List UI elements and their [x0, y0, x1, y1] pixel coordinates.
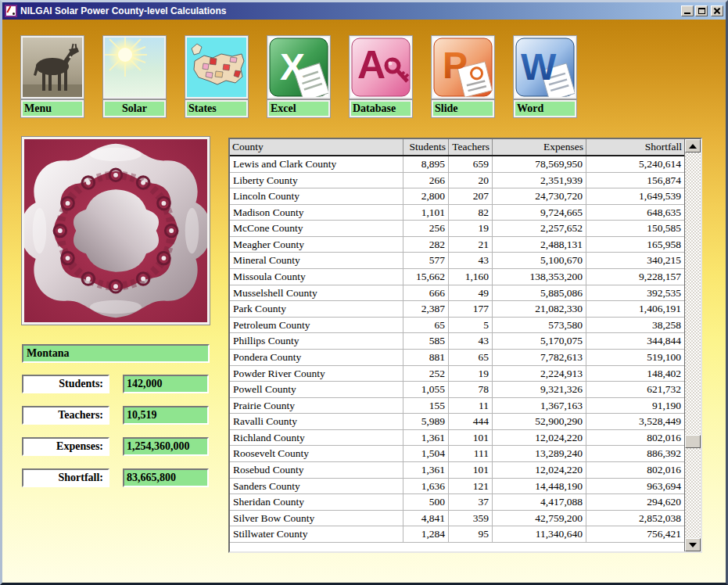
- table-row[interactable]: Meagher County 282 21 2,488,131 165,958: [230, 237, 684, 253]
- access-key-logo-icon: A: [350, 36, 412, 99]
- table-row[interactable]: Sanders County 1,636 121 14,448,190 963,…: [230, 479, 684, 495]
- word-logo-icon: W: [514, 36, 576, 99]
- table-row[interactable]: Pondera County 881 65 7,782,613 519,100: [230, 350, 684, 366]
- word-button[interactable]: W Word: [514, 36, 576, 117]
- table-row[interactable]: Lincoln County 2,800 207 24,730,720 1,64…: [230, 188, 684, 205]
- table-row[interactable]: Musselshell County 666 49 5,885,086 392,…: [230, 285, 684, 302]
- column-header-shortfall[interactable]: Shortfall: [586, 139, 684, 155]
- word-button-label: Word: [514, 100, 576, 117]
- teachers-label: Teachers:: [22, 406, 109, 425]
- us-map-icon: [185, 36, 248, 99]
- powerpoint-logo-icon: P: [432, 36, 494, 99]
- table-row[interactable]: Sheridan County 500 37 4,417,088 294,620: [230, 494, 684, 511]
- database-button[interactable]: A Database: [350, 36, 412, 117]
- sun-icon: [103, 36, 166, 99]
- svg-text:P: P: [443, 45, 468, 86]
- column-header-teachers[interactable]: Teachers: [449, 139, 493, 155]
- table-row[interactable]: Liberty County 266 20 2,351,939 156,874: [230, 173, 684, 189]
- table-row[interactable]: Stillwater County 1,284 95 11,340,640 75…: [230, 526, 684, 543]
- table-row[interactable]: Roosevelt County 1,504 111 13,289,240 88…: [230, 446, 684, 462]
- title-bar: NILGAI Solar Power County-level Calculat…: [2, 2, 726, 20]
- table-row[interactable]: Missoula County 15,662 1,160 138,353,200…: [230, 269, 684, 285]
- svg-text:X: X: [280, 46, 305, 88]
- close-button[interactable]: [711, 5, 723, 16]
- table-row[interactable]: Phillips County 585 43 5,170,075 344,844: [230, 333, 684, 350]
- vertical-scrollbar: [684, 139, 701, 551]
- app-icon-dot: [13, 13, 15, 15]
- table-row[interactable]: Park County 2,387 177 21,082,330 1,406,1…: [230, 301, 684, 318]
- table-row[interactable]: Silver Bow County 4,841 359 42,759,200 2…: [230, 511, 684, 527]
- window-content: Menu: [2, 20, 726, 583]
- expenses-value-field[interactable]: 1,254,360,000: [123, 437, 209, 456]
- window-title: NILGAI Solar Power County-level Calculat…: [20, 5, 681, 16]
- table-row[interactable]: Richland County 1,361 101 12,024,220 802…: [230, 430, 684, 447]
- table-row[interactable]: Ravalli County 5,989 444 52,900,290 3,52…: [230, 414, 684, 430]
- database-button-label: Database: [350, 100, 412, 117]
- scroll-up-button[interactable]: [685, 139, 701, 153]
- table-row[interactable]: Petroleum County 65 5 573,580 38,258: [230, 318, 684, 334]
- table-body: Lewis and Clark County 8,895 659 78,569,…: [230, 156, 684, 551]
- solar-button-label: Solar: [103, 100, 166, 117]
- state-name-field[interactable]: Montana: [22, 344, 210, 363]
- shortfall-label: Shortfall:: [22, 468, 109, 487]
- table-row[interactable]: McCone County 256 19 2,257,652 150,585: [230, 221, 684, 237]
- app-window: NILGAI Solar Power County-level Calculat…: [0, 0, 728, 585]
- fractal-picture: [22, 137, 210, 325]
- menu-button[interactable]: Menu: [21, 36, 84, 117]
- table-row[interactable]: Mineral County 577 43 5,100,670 340,215: [230, 253, 684, 269]
- app-icon[interactable]: [5, 5, 17, 17]
- scroll-down-button[interactable]: [685, 538, 701, 551]
- minimize-button[interactable]: [681, 5, 694, 16]
- svg-text:W: W: [521, 46, 557, 88]
- minimize-icon: [684, 13, 690, 14]
- maximize-icon: [698, 8, 705, 14]
- table-row[interactable]: Prairie County 155 11 1,367,163 91,190: [230, 398, 684, 415]
- scrollbar-thumb[interactable]: [685, 435, 701, 448]
- expenses-label: Expenses:: [22, 437, 109, 456]
- table-row[interactable]: Rosebud County 1,361 101 12,024,220 802,…: [230, 462, 684, 479]
- table-header: County Students Teachers Expenses Shortf…: [230, 139, 684, 156]
- menu-button-label: Menu: [21, 100, 84, 117]
- shortfall-value-field[interactable]: 83,665,800: [123, 468, 209, 487]
- table-row[interactable]: Lewis and Clark County 8,895 659 78,569,…: [230, 156, 684, 173]
- slide-button[interactable]: P Slide: [432, 36, 494, 117]
- column-header-expenses[interactable]: Expenses: [493, 139, 586, 155]
- slide-button-label: Slide: [432, 100, 494, 117]
- county-table: County Students Teachers Expenses Shortf…: [228, 138, 702, 553]
- excel-button[interactable]: X Excel: [267, 36, 330, 117]
- table-row[interactable]: Powder River County 252 19 2,224,913 148…: [230, 366, 684, 382]
- states-button[interactable]: States: [185, 36, 248, 117]
- column-header-students[interactable]: Students: [403, 139, 449, 155]
- nilgai-photo-icon: [21, 36, 84, 99]
- arrow-up-icon: [689, 144, 697, 149]
- maximize-button[interactable]: [695, 5, 708, 16]
- excel-logo-icon: X: [267, 36, 330, 99]
- states-button-label: States: [185, 100, 248, 117]
- toolbar: Menu: [21, 36, 576, 117]
- students-value-field[interactable]: 142,000: [123, 375, 209, 393]
- excel-button-label: Excel: [267, 100, 330, 117]
- county-grid: County Students Teachers Expenses Shortf…: [230, 139, 684, 551]
- svg-text:A: A: [357, 43, 386, 87]
- column-header-county[interactable]: County: [230, 139, 403, 155]
- teachers-value-field[interactable]: 10,519: [123, 406, 209, 425]
- table-row[interactable]: Powell County 1,055 78 9,321,326 621,732: [230, 382, 684, 398]
- students-label: Students:: [22, 375, 109, 393]
- arrow-down-icon: [689, 543, 697, 547]
- scrollbar-track[interactable]: [685, 153, 701, 538]
- table-row[interactable]: Madison County 1,101 82 9,724,665 648,63…: [230, 205, 684, 221]
- solar-button[interactable]: Solar: [103, 36, 166, 117]
- window-controls: [681, 5, 723, 16]
